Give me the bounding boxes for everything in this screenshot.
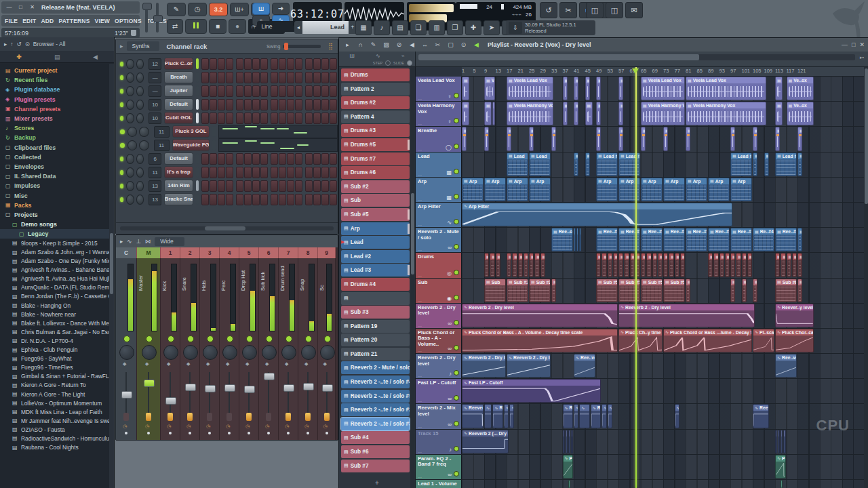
mixer-track-number[interactable]: C (116, 247, 137, 258)
step-cell[interactable] (279, 180, 286, 192)
channel-enable-led[interactable] (120, 184, 123, 188)
step-cell[interactable] (330, 72, 337, 83)
pan-arrows[interactable]: ◆ (145, 361, 149, 367)
clip[interactable]: ▤ (596, 127, 601, 150)
step-cell[interactable] (305, 113, 313, 124)
track-enable-led[interactable] (454, 395, 459, 401)
mixer-swap-icon[interactable]: ⋈ (145, 238, 151, 245)
menu-item-patterns[interactable]: PATTERNS (58, 18, 90, 24)
strip-fader[interactable] (326, 372, 328, 413)
clip[interactable]: ▤Ve..ox (787, 77, 814, 100)
step-cell[interactable] (321, 153, 329, 165)
pattern-item[interactable]: ▤Reeverb 2 -..te / solo #5 (341, 390, 410, 403)
playback-preview-icon[interactable]: ◀ (472, 41, 481, 48)
slice-tool-icon[interactable]: ✂ (433, 41, 442, 48)
channel-select-strip[interactable] (212, 140, 216, 150)
step-cell[interactable] (218, 180, 225, 192)
step-cell[interactable] (321, 58, 329, 70)
step-cell[interactable] (260, 180, 268, 192)
step-cell[interactable] (321, 180, 329, 192)
step-cell[interactable] (210, 99, 217, 110)
step-cell[interactable] (313, 180, 321, 192)
pan-knob[interactable] (126, 86, 134, 96)
channel-enable-led[interactable] (120, 197, 123, 202)
fx-enable-switch[interactable] (187, 413, 193, 421)
step-cell[interactable] (287, 85, 294, 97)
mixer-route-number[interactable]: 11 (149, 167, 161, 178)
mixer-strip[interactable]: Hats◆◷ (200, 258, 220, 440)
delay-clock-icon[interactable]: ◷ (145, 424, 149, 429)
pan-arrows[interactable]: ◆ (304, 361, 308, 367)
clip[interactable]: ▤ (563, 102, 568, 125)
pan-arrows[interactable]: ◆ (186, 361, 190, 367)
swing-control[interactable]: Swing (267, 43, 321, 49)
step-cell[interactable] (305, 167, 313, 178)
step-cell[interactable] (321, 85, 329, 97)
track-enable-led[interactable] (454, 370, 459, 375)
cut-tool-button[interactable]: ✂ (559, 2, 577, 18)
clip[interactable]: ▤Lead #2 (596, 152, 618, 176)
browser-song-item[interactable]: ▤Benn Jordan (The F..b) - Cassette Cafe (0, 292, 109, 301)
clip[interactable]: ∿Reever..evel (753, 404, 769, 428)
toggle-mixer-button[interactable]: ▥ (429, 20, 445, 35)
clip[interactable]: ▤ (797, 279, 802, 302)
browser-item[interactable]: ▢IL Shared Data (0, 171, 109, 181)
channel-select-strip[interactable] (196, 153, 199, 164)
clip[interactable] (781, 480, 783, 488)
track-options[interactable]: ... (418, 398, 422, 403)
step-cell[interactable] (260, 85, 268, 97)
track-enable-led[interactable] (454, 270, 459, 275)
step-cell[interactable] (201, 72, 209, 83)
step-cell[interactable] (287, 72, 294, 83)
fader-handle[interactable] (224, 384, 235, 392)
step-cell[interactable] (226, 99, 233, 110)
step-cell[interactable] (252, 194, 260, 205)
clip[interactable]: ▤Arp (462, 178, 484, 201)
playhead-marker[interactable] (632, 68, 639, 74)
playlist-minimize-button[interactable]: — (842, 41, 848, 48)
step-cell[interactable] (226, 180, 233, 192)
track-options[interactable]: ... (418, 373, 422, 378)
track-options[interactable]: ... (418, 171, 422, 176)
clip[interactable]: ▤ (663, 127, 668, 150)
clip[interactable]: ∿ (484, 404, 492, 428)
pattern-item[interactable]: ▤Lead #3 (341, 264, 410, 277)
clip[interactable]: ▤Arp (507, 178, 528, 201)
clip[interactable]: ▤Sub #5 (663, 279, 685, 302)
strip-led[interactable] (123, 336, 130, 342)
clip[interactable]: ▤ (781, 253, 785, 277)
step-cell[interactable] (305, 180, 313, 192)
playlist-vscrollbar[interactable] (864, 67, 868, 488)
clip[interactable]: ▤ (596, 253, 601, 277)
clip[interactable] (783, 430, 785, 453)
step-cell[interactable] (252, 113, 260, 124)
clip[interactable]: ▤Ree..#3 (596, 228, 618, 251)
step-cell[interactable] (295, 58, 302, 70)
add-pattern-button[interactable]: + (339, 479, 415, 487)
step-cell[interactable] (287, 99, 294, 110)
pattern-item[interactable]: ▤Pattern 19 (341, 320, 410, 333)
clip[interactable] (775, 430, 777, 453)
step-cell[interactable] (218, 72, 225, 83)
channel-enable-led[interactable] (120, 129, 125, 134)
clip[interactable]: ∿Pluck Chord or Bass - A - Volume - Deca… (462, 329, 618, 352)
track-lane[interactable]: ∿Par...req∿Par..q #2 (462, 455, 868, 479)
track-options[interactable]: ... (418, 197, 422, 201)
step-cell[interactable] (201, 99, 209, 110)
clip[interactable]: ▤ (725, 253, 730, 277)
step-cell[interactable] (305, 72, 313, 83)
channel-button[interactable]: Cubit GOL (164, 112, 194, 124)
clip[interactable]: ▤ (618, 127, 623, 150)
mixer-menu-arrow[interactable]: ▸ (120, 238, 123, 245)
track-enable-led[interactable] (454, 144, 459, 149)
step-cell[interactable] (279, 167, 286, 178)
volume-knob[interactable] (136, 86, 144, 96)
volume-knob[interactable] (139, 127, 149, 137)
browser-header[interactable]: ▸ ↑ ↺ ⊙ Browser - All (0, 37, 114, 51)
track-header[interactable]: Drums...◎ (416, 253, 462, 277)
mixer-track-number[interactable]: 1 (161, 247, 180, 258)
pattern-selector[interactable]: ◂ Lead + (294, 21, 357, 34)
clip[interactable]: ▤ (797, 253, 802, 277)
browser-song-item[interactable]: ▤Agnivesh ft Avinas.. - Bahane Bana Kar (0, 266, 109, 274)
clip[interactable]: ▤ (764, 152, 769, 176)
